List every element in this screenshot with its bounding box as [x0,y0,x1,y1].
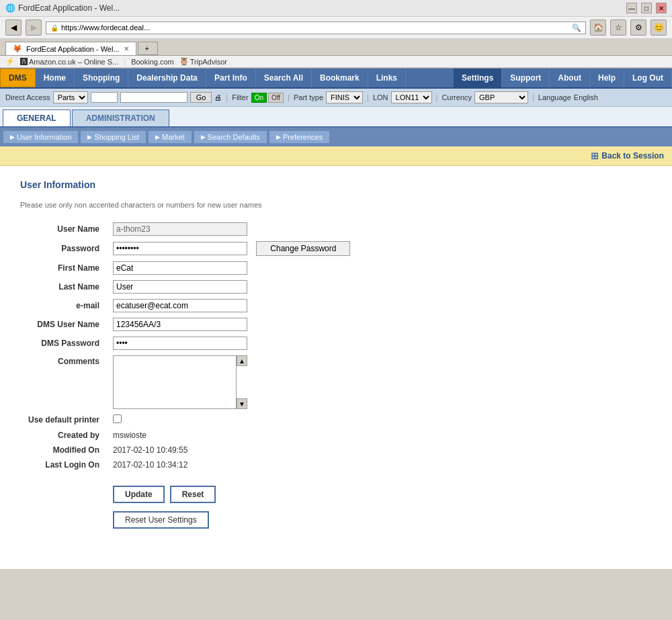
search-icon: 🔍 [572,24,581,32]
printer-cell [108,412,355,428]
home-btn[interactable]: 🏠 [590,19,606,36]
bookmark-booking[interactable]: Booking.com [131,58,174,66]
modified-on-cell: 2017-02-10 10:49:55 [108,443,355,457]
nav-item-help[interactable]: Help [590,69,624,87]
reset-settings-button[interactable]: Reset User Settings [113,511,209,529]
nav-item-links[interactable]: Links [368,69,406,87]
nav-item-part-info[interactable]: Part Info [206,69,256,87]
arrow-icon-3: ▶ [155,134,160,140]
subnav-user-information[interactable]: ▶ User Information [3,130,79,144]
change-password-btn[interactable]: Change Password [256,241,350,256]
dms-username-label: DMS User Name [20,315,108,334]
print-icon[interactable]: 🖨 [214,93,222,101]
tab-administration[interactable]: ADMINISTRATION [72,109,169,126]
direct-access-select[interactable]: Parts [53,91,88,103]
password-row: Password Change Password [20,238,355,259]
tab-close-btn[interactable]: ✕ [124,45,129,52]
star-btn[interactable]: ☆ [610,19,626,36]
created-by-cell: mswioste [108,428,355,443]
password-input[interactable] [113,242,247,255]
browser-icon: 🌐 [5,3,15,13]
url-input[interactable] [61,24,572,32]
last-login-row: Last Login On 2017-02-10 10:34:12 [20,457,355,472]
address-bar[interactable]: 🔒 🔍 [46,21,586,34]
nav-item-dealership-data[interactable]: Dealership Data [128,69,206,87]
reset-button[interactable]: Reset [170,486,216,503]
filter-label: Filter [232,93,248,101]
nav-item-bookmark[interactable]: Bookmark [312,69,368,87]
nav-item-settings[interactable]: Settings [454,69,502,87]
forward-btn[interactable]: ▶ [26,19,42,36]
comments-row: Comments ▲ ▼ [20,353,355,412]
modified-on-label: Modified On [20,443,108,457]
filter-off-btn[interactable]: Off [268,93,284,103]
separator4: | [436,93,438,101]
part-type-label: Part type [294,93,323,101]
email-input[interactable] [113,299,247,312]
subnav-search-defaults[interactable]: ▶ Search Defaults [194,130,267,144]
bookmark-tripadvisor[interactable]: 🦉 TripAdvisor [179,57,227,66]
main-content: User Information Please use only non acc… [0,166,672,569]
filter-toggle: On Off [251,93,284,103]
tab-general[interactable]: GENERAL [3,109,71,126]
title-bar-controls[interactable]: — □ ✕ [626,3,667,13]
created-by-label: Created by [20,428,108,443]
subnav-market[interactable]: ▶ Market [148,130,192,144]
maximize-btn[interactable]: □ [641,3,652,13]
nav-item-shopping[interactable]: Shopping [75,69,128,87]
back-to-session-btn[interactable]: ⊞ Back to Session [591,150,664,161]
direct-access-input2[interactable] [120,92,187,103]
nav-item-dms[interactable]: DMS [0,69,36,87]
printer-row: Use default printer [20,412,355,428]
dms-username-row: DMS User Name [20,315,355,334]
username-row: User Name [20,220,355,238]
back-btn[interactable]: ◀ [5,19,22,36]
scroll-down-btn[interactable]: ▼ [237,398,247,409]
browser-tab-active[interactable]: 🦊 FordEcat Application - Wel... ✕ [5,42,136,55]
lastname-input[interactable] [113,280,247,294]
tab-title: FordEcat Application - Wel... [26,45,120,53]
filter-on-btn[interactable]: On [251,93,267,103]
go-button[interactable]: Go [190,92,212,103]
subnav-preferences[interactable]: ▶ Preferences [269,130,330,144]
last-login-cell: 2017-02-10 10:34:12 [108,457,355,472]
close-btn[interactable]: ✕ [656,3,667,13]
created-by-value: mswioste [113,431,146,440]
comments-textarea[interactable] [113,355,237,409]
nav-item-logout[interactable]: Log Out [624,69,672,87]
lastname-cell [108,277,355,296]
browser-tab-new[interactable]: + [138,42,158,55]
printer-checkbox[interactable] [113,414,122,423]
nav-item-support[interactable]: Support [502,69,550,87]
dms-username-input[interactable] [113,318,247,331]
lon-label: LON [373,93,388,101]
lastname-label: Last Name [20,277,108,296]
bookmark-amazon[interactable]: 🅰 Amazon.co.uk – Online S... [20,58,118,66]
currency-select[interactable]: GBP [474,91,528,103]
comments-scroll-container: ▲ ▼ [113,355,247,409]
gear-icon[interactable]: ⚙ [630,19,646,36]
dms-password-row: DMS Password [20,334,355,353]
separator3: | [367,93,369,101]
scroll-up-btn[interactable]: ▲ [237,355,247,366]
part-type-select[interactable]: FINIS [326,91,363,103]
language-label: Language [538,93,571,101]
app-container: DMS Home Shopping Dealership Data Part I… [0,69,672,569]
arrow-icon-4: ▶ [201,134,206,140]
last-login-value: 2017-02-10 10:34:12 [113,460,187,470]
browser-title: FordEcat Application - Wel... [18,3,120,13]
dms-password-cell [108,334,355,353]
dms-password-input[interactable] [113,337,247,350]
firstname-input[interactable] [113,261,247,275]
username-input[interactable] [113,222,247,236]
nav-item-about[interactable]: About [550,69,590,87]
firstname-cell [108,259,355,277]
lon-select[interactable]: LON11 [391,91,432,103]
minimize-btn[interactable]: — [626,3,637,13]
update-button[interactable]: Update [113,486,165,503]
direct-access-input1[interactable] [91,92,118,103]
nav-item-search-all[interactable]: Search All [256,69,312,87]
subnav-shopping-list[interactable]: ▶ Shopping List [80,130,146,144]
subnav-search-label: Search Defaults [208,133,260,141]
nav-item-home[interactable]: Home [36,69,75,87]
